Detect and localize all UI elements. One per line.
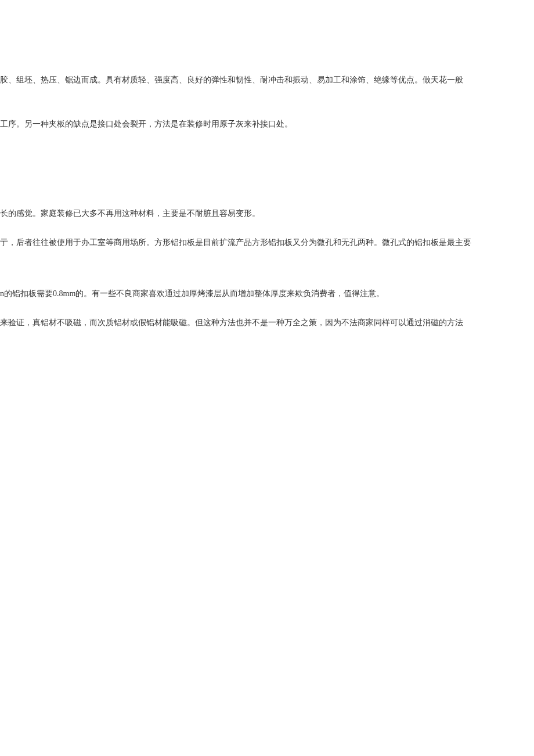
- paragraph-text-6: 来验证，真铝材不吸磁，而次质铝材或假铝材能吸磁。但这种方法也并不是一种万全之策，…: [0, 317, 463, 329]
- paragraph-text-3: 长的感觉。家庭装修已大多不再用这种材料，主要是不耐脏且容易变形。: [0, 208, 260, 219]
- paragraph-text-5: n的铝扣板需要0.8mm的。有一些不良商家喜欢通过加厚烤漆层从而增加整体厚度来欺…: [0, 288, 384, 300]
- paragraph-text-2: 工序。另一种夹板的缺点是接口处会裂开，方法是在装修时用原子灰来补接口处。: [0, 118, 293, 130]
- paragraph-text-1: 胶、组坯、热压、锯边而成。具有材质轻、强度高、良好的弹性和韧性、耐冲击和振动、易…: [0, 74, 463, 86]
- paragraph-text-4: 亍，后者往往被使用于办工室等商用场所。方形铝扣板是目前扩流产品方形铝扣板又分为微…: [0, 237, 471, 249]
